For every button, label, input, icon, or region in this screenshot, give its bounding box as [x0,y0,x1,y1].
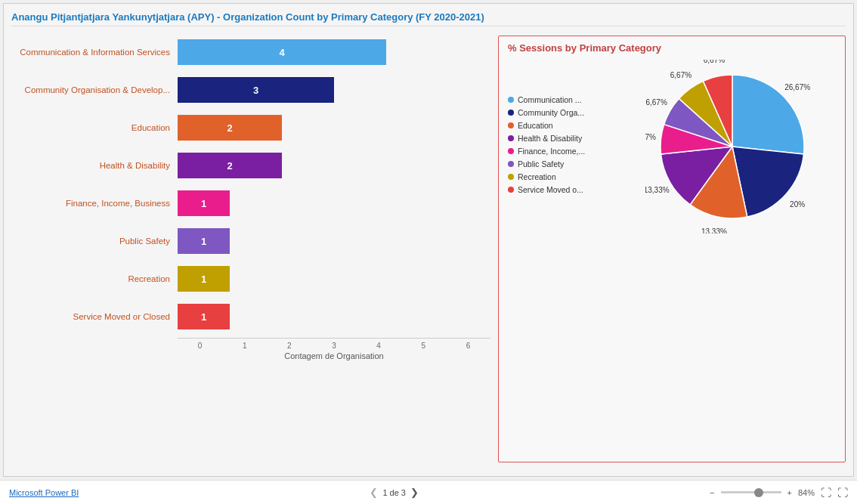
pagination-controls: ❮ 1 de 3 ❯ [370,487,419,498]
legend-dot [508,135,514,141]
pie-segment-label: 6,67% [704,60,725,64]
bar-wrapper: 3 [178,77,490,103]
pie-svg-container: 26,67%20%13,33%13,33%6,67%6,67%6,67%6,67… [629,60,836,233]
bar-label: Community Organisation & Develop... [11,85,178,94]
legend-dot [508,97,514,103]
legend-item: Education [508,121,629,130]
next-page-button[interactable]: ❯ [410,487,419,498]
x-axis-tick: 1 [222,342,267,350]
legend-dot [508,122,514,128]
footer-right-controls: − + 84% ⛶ ⛶ [710,487,848,499]
bar-fill[interactable]: 4 [178,39,386,65]
main-container: Anangu Pitjantjatjara Yankunytjatjara (A… [0,0,857,504]
bar-fill[interactable]: 2 [178,115,282,141]
bar-label: Education [11,123,178,132]
bar-wrapper: 2 [178,115,490,141]
bar-chart-section: Communication & Information Services4Com… [11,36,490,462]
legend-label: Finance, Income,... [518,147,585,156]
pie-segment-label: 6,67% [645,98,667,107]
legend-label: Communication ... [518,95,582,104]
legend-item: Public Safety [508,159,629,169]
x-axis-tick: 6 [446,342,490,350]
legend-label: Service Moved o... [518,185,583,194]
footer-bar: Microsoft Power BI ❮ 1 de 3 ❯ − + 84% ⛶ … [0,480,857,504]
bar-fill[interactable]: 1 [178,190,230,216]
legend-dot [508,174,514,180]
bar-label: Recreation [11,274,178,283]
pie-segment-label: 13,33% [645,186,670,194]
legend-item: Community Orga... [508,108,629,117]
bar-label: Finance, Income, Business [11,199,178,208]
zoom-plus-icon[interactable]: + [787,488,792,497]
page-info: 1 de 3 [382,488,406,497]
x-axis: 0123456 [178,338,490,350]
bar-row: Health & Disability2 [11,149,490,182]
x-axis-tick: 2 [267,342,311,350]
pie-segment-label: 6,67% [670,71,691,79]
legend-item: Recreation [508,172,629,181]
x-axis-tick: 0 [178,342,222,350]
chart-title: Anangu Pitjantjatjara Yankunytjatjara (A… [11,11,846,26]
bar-fill[interactable]: 1 [178,304,230,329]
pie-segment-label: 13,33% [701,227,727,233]
bar-fill[interactable]: 1 [178,266,230,292]
legend-label: Health & Disability [518,134,582,143]
bar-rows-container: Communication & Information Services4Com… [11,36,490,333]
legend-label: Public Safety [518,159,564,169]
x-axis-label: Contagem de Organisation [178,351,490,360]
bar-wrapper: 1 [178,266,490,292]
legend-dot [508,187,514,193]
legend-item: Health & Disability [508,134,629,143]
bar-row: Service Moved or Closed1 [11,300,490,333]
zoom-thumb [754,488,763,497]
fullscreen-icon[interactable]: ⛶ [837,487,848,499]
bar-label: Public Safety [11,237,178,246]
bar-row: Community Organisation & Develop...3 [11,73,490,107]
bar-row: Finance, Income, Business1 [11,187,490,220]
legend-item: Finance, Income,... [508,147,629,156]
zoom-minus-icon[interactable]: − [710,488,714,497]
pie-segment-label: 6,67% [645,133,656,141]
prev-page-button[interactable]: ❮ [370,487,378,498]
x-axis-tick: 5 [401,342,446,350]
bar-label: Communication & Information Services [11,48,178,57]
bar-wrapper: 1 [178,304,490,329]
bar-fill[interactable]: 2 [178,153,282,178]
bar-label: Service Moved or Closed [11,312,178,321]
bar-wrapper: 1 [178,190,490,216]
pie-chart-svg: 26,67%20%13,33%13,33%6,67%6,67%6,67%6,67… [645,60,819,233]
bar-row: Communication & Information Services4 [11,36,490,69]
bar-fill[interactable]: 3 [178,77,334,103]
x-axis-tick: 4 [357,342,401,350]
pie-segment-label: 26,67% [784,83,810,91]
fit-page-icon[interactable]: ⛶ [821,487,831,499]
legend-label: Recreation [518,172,556,181]
pie-content: Communication ...Community Orga...Educat… [508,60,836,233]
zoom-level: 84% [798,488,815,497]
pie-segment-label: 20% [790,200,805,209]
legend-item: Communication ... [508,95,629,104]
chart-area: Anangu Pitjantjatjara Yankunytjatjara (A… [3,3,854,477]
bar-fill[interactable]: 1 [178,228,230,254]
legend-dot [508,161,514,167]
bar-row: Recreation1 [11,262,490,295]
x-axis-tick: 3 [311,342,356,350]
legend-dot [508,148,514,154]
bar-wrapper: 1 [178,228,490,254]
powerbi-brand-link[interactable]: Microsoft Power BI [9,488,79,497]
bar-row: Education2 [11,111,490,144]
pie-title: % Sessions by Primary Category [508,42,836,54]
pie-legend: Communication ...Community Orga...Educat… [508,95,629,198]
legend-label: Community Orga... [518,108,584,117]
bar-label: Health & Disability [11,161,178,170]
legend-dot [508,110,514,116]
chart-body: Communication & Information Services4Com… [11,36,846,462]
pie-section: % Sessions by Primary Category Communica… [498,36,846,462]
legend-label: Education [518,121,553,130]
bar-wrapper: 4 [178,39,490,65]
zoom-slider[interactable] [721,491,781,493]
legend-item: Service Moved o... [508,185,629,194]
bar-row: Public Safety1 [11,224,490,258]
bar-wrapper: 2 [178,153,490,178]
